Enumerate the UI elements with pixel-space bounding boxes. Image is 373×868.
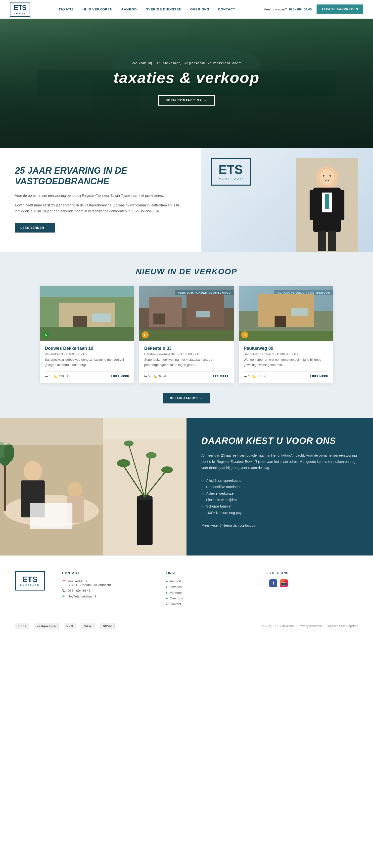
partner-funda: funda: [15, 623, 29, 629]
usp-3: Actieve werkwijze: [201, 490, 358, 497]
privacy-link[interactable]: Privacy statement: [299, 624, 322, 628]
svg-rect-8: [325, 194, 329, 209]
footer-link-over-ons[interactable]: Over ons: [166, 596, 255, 600]
plant-photo: [103, 418, 187, 556]
usp-4: Flexibele werktijden: [201, 497, 358, 503]
logo[interactable]: ETS makelaar: [10, 2, 30, 17]
property-card-1[interactable]: TE KOOP NIEUW A Douwes Dekkerlaan 19 Pap…: [40, 286, 134, 383]
footer-link-aanbod[interactable]: Aanbod: [166, 579, 255, 583]
nav-huis-verkopen[interactable]: HUIS VERKOPEN: [83, 7, 113, 11]
energy-label-3: C: [241, 332, 248, 338]
verkoop-section: NIEUW IN DE VERKOOP TE KOOP NIEUW A Do: [0, 252, 373, 418]
nav-taxatie[interactable]: TAXATIE: [59, 7, 74, 11]
logo-makelaar: makelaar: [13, 12, 27, 15]
phone-icon: 📞: [62, 589, 66, 592]
lees-meer-2[interactable]: LEES MEER: [211, 375, 229, 378]
card-specs-2: 🛏 5 📐 99 m²: [144, 375, 166, 378]
makelaar-logo-text: makelaar: [219, 177, 243, 181]
about-section: 25 JAAR ERVARING IN DE VASTGOEDBRANCHE V…: [0, 148, 373, 252]
svg-rect-5: [318, 231, 326, 251]
footer-volg-title: VOLG ONS: [269, 571, 358, 575]
card-body-1: Douwes Dekkerlaan 19 Papendrecht · € 409…: [40, 341, 134, 383]
nav-over-ons[interactable]: OVER ONS: [190, 7, 209, 11]
daarom-text: Al meer dan 25 jaar een vertrouwde naam …: [201, 453, 358, 471]
about-title: 25 JAAR ERVARING IN DE VASTGOEDBRANCHE: [15, 165, 186, 187]
energy-label-1: A: [42, 332, 49, 338]
property-card-3[interactable]: VERKOCHT ONDER VOORBEHOUD C Paulusweg 89…: [239, 286, 333, 383]
svg-point-10: [323, 175, 324, 177]
card-rooms-1: 🛏 6: [45, 375, 51, 378]
card-image-1: TE KOOP NIEUW A: [40, 286, 134, 341]
usp-list: Altijd 1 aanspreekpunt Persoonlijke aand…: [201, 477, 358, 516]
nav-aanbod[interactable]: AANBOD: [121, 7, 137, 11]
svg-rect-33: [275, 316, 286, 327]
hero-contact-button[interactable]: NEEM CONTACT OP: [158, 95, 215, 105]
bekijk-aanbod-button[interactable]: BEKIJK AANBOD: [163, 393, 210, 403]
svg-point-9: [319, 169, 335, 185]
card-price-2: € 375.000,- k.k.: [177, 352, 200, 356]
lees-meer-1[interactable]: LEES MEER: [111, 375, 129, 378]
office-photo-right: [103, 418, 187, 556]
footer-phone: 📞 085 - 004 66 45: [62, 589, 151, 592]
card-street-3: Paulusweg 89: [244, 346, 328, 351]
card-rooms-2: 🛏 5: [144, 375, 150, 378]
top-right: Heeft u vragen? 085 - 004 66 45 TAXATIE …: [264, 4, 363, 14]
footer-email: ✉ info@etsmakelaar.nl: [62, 594, 151, 598]
footer-ets-text: ETS: [22, 575, 37, 584]
svg-point-59: [146, 452, 156, 458]
house-image-3: [239, 286, 333, 341]
card-desc-2: Superleuke hoekwoning met 4 slaapkamers,…: [144, 357, 229, 368]
house-image-1: [40, 286, 134, 341]
ets-logo-text: ETS: [219, 162, 243, 177]
footer-copyright: © 2025 – ETS Makelaar Privacy statement …: [262, 624, 358, 628]
about-photo: ETS makelaar: [201, 148, 373, 252]
lees-verder-button[interactable]: LEES VERDER: [15, 223, 55, 232]
card-body-3: Paulusweg 89 Hendrik-Ido-Ambacht · € 440…: [239, 341, 333, 383]
svg-rect-16: [92, 313, 111, 322]
footer: ETS makelaar CONTACT 📍 Veersedijk 59 334…: [0, 556, 373, 637]
card-image-3: VERKOCHT ONDER VOORBEHOUD C: [239, 286, 333, 341]
card-size-2: 📐 99 m²: [154, 375, 166, 378]
card-desc-3: Wat een sfeer en wat een goed gevoel kri…: [244, 357, 328, 368]
card-street-2: Bekestein 33: [144, 346, 229, 351]
card-specs-1: 🛏 6 📐 119 m²: [45, 375, 68, 378]
daarom-title: DAAROM KIEST U VOOR ONS: [201, 436, 358, 446]
facebook-icon[interactable]: f: [269, 579, 277, 587]
phone-top: Heeft u vragen? 085 - 004 66 45: [264, 7, 312, 11]
about-left: 25 JAAR ERVARING IN DE VASTGOEDBRANCHE V…: [0, 148, 201, 252]
house-image-2: [139, 286, 234, 341]
taxatie-button[interactable]: TAXATIE AANVRAGEN: [317, 4, 363, 14]
instagram-icon[interactable]: 📷: [280, 579, 288, 587]
website-link[interactable]: Website door <topsite>: [327, 624, 358, 628]
daarom-section: DAAROM KIEST U VOOR ONS Al meer dan 25 j…: [0, 418, 373, 556]
lees-meer-3[interactable]: LEES MEER: [310, 375, 328, 378]
nav-overige-diensten[interactable]: OVERIGE DIENSTEN: [145, 7, 181, 11]
location-icon: 📍: [62, 580, 66, 583]
svg-rect-46: [4, 458, 6, 510]
ets-logo-large: ETS makelaar: [211, 158, 251, 186]
svg-point-61: [124, 440, 133, 446]
card-footer-3: 🛏 4 📐 86 m² LEES MEER: [244, 371, 328, 378]
cards-grid: TE KOOP NIEUW A Douwes Dekkerlaan 19 Pap…: [10, 286, 363, 383]
card-city-2: Hendrik-Ido-Ambacht · € 375.000,- k.k.: [144, 352, 229, 356]
card-price-1: € 409.000,- k.k.: [66, 352, 88, 356]
about-right: ETS makelaar: [201, 148, 373, 252]
svg-rect-3: [310, 190, 318, 220]
footer-address: 📍 Veersedijk 59 3341 LL Hendrik-Ido-Amba…: [62, 579, 151, 587]
footer-links-col: LINKS Aanbod Taxaties Verkoop Over ons C…: [166, 571, 255, 608]
footer-link-taxaties[interactable]: Taxaties: [166, 585, 255, 589]
property-card-2[interactable]: VERKOCHT ONDER VOORBEHOUD C Bekestein 33: [139, 286, 234, 383]
footer-logo-area: ETS makelaar: [15, 571, 47, 608]
footer-link-verkoop[interactable]: Verkoop: [166, 591, 255, 594]
footer-link-contact[interactable]: Contact: [166, 602, 255, 606]
logo-area: ETS makelaar: [10, 2, 30, 17]
footer-grid: ETS makelaar CONTACT 📍 Veersedijk 59 334…: [15, 571, 358, 608]
svg-rect-6: [328, 231, 336, 251]
card-rooms-3: 🛏 4: [244, 375, 250, 378]
daarom-photos: [0, 418, 186, 556]
svg-rect-26: [196, 311, 210, 317]
nav-contact[interactable]: CONTACT: [218, 7, 235, 11]
logo-ets: ETS: [14, 4, 26, 12]
meer-weten: Meer weten? Neem dan contact op: [201, 523, 358, 527]
size-icon: 📐: [54, 375, 58, 378]
